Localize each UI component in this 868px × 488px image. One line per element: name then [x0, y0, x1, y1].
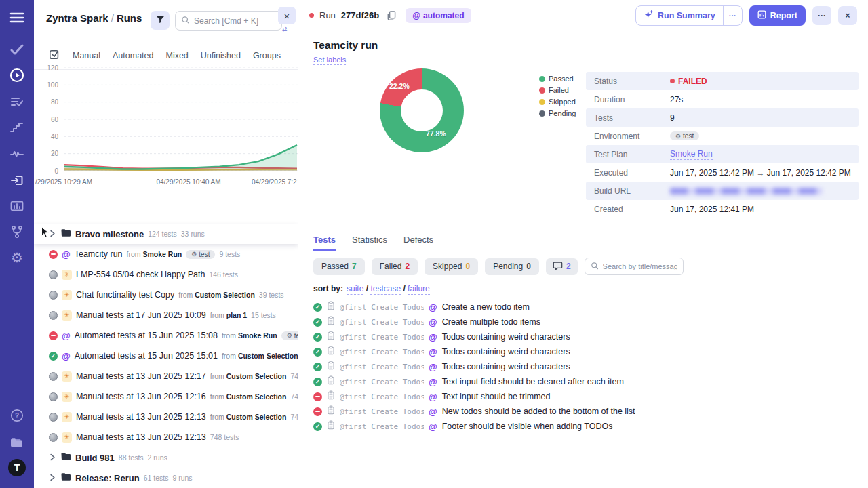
run-row[interactable]: ✳Manual tests at 13 Jun 2025 12:17from C…: [34, 366, 298, 386]
folder-row[interactable]: Bravo milestone124 tests33 runs: [34, 224, 298, 244]
run-filter-tab-manual[interactable]: Manual: [73, 51, 100, 60]
chevron-right-icon[interactable]: [49, 451, 56, 464]
comment-icon: [553, 261, 563, 272]
test-row[interactable]: @first Create Todos...@Todos containing …: [313, 359, 635, 374]
folder-icon: [60, 451, 71, 464]
analytics-icon[interactable]: [0, 144, 34, 163]
run-name: Chat functinality test Copy: [76, 290, 174, 300]
run-row[interactable]: ✳Manual tests at 17 Jun 2025 10:09from p…: [34, 305, 298, 325]
environment-badge[interactable]: ⚙test: [670, 131, 699, 140]
run-row[interactable]: ✳Manual tests at 13 Jun 2025 12:13from C…: [34, 407, 298, 427]
run-summary-more-button[interactable]: ···: [723, 6, 742, 25]
passed-filter-chip[interactable]: Passed7: [313, 258, 365, 275]
folder-row[interactable]: Build 98188 tests2 runs: [34, 447, 298, 468]
report-button[interactable]: Report: [749, 5, 806, 26]
test-row[interactable]: @first Create Todos...@Create a new todo…: [313, 300, 635, 314]
run-name: LMP-554 05/04 check Happy Path: [76, 270, 205, 279]
manual-run-icon: ✳: [62, 270, 72, 280]
tests-icon[interactable]: [0, 40, 34, 59]
test-row[interactable]: @first Create Todos...@New todos should …: [313, 404, 635, 419]
donut-passed-label: 77.8%: [426, 129, 446, 138]
run-filter-tab-automated[interactable]: Automated: [113, 51, 153, 60]
settings-icon[interactable]: ⚙: [0, 248, 34, 267]
runs-search[interactable]: [175, 11, 282, 30]
run-filter-tab-groups[interactable]: Groups: [253, 51, 281, 60]
branches-icon[interactable]: [0, 222, 34, 241]
chevron-right-icon[interactable]: [49, 228, 56, 240]
test-row[interactable]: @first Create Todos...@Todos containing …: [313, 344, 635, 359]
copy-run-id-button[interactable]: [386, 10, 396, 21]
legend-item-failed: Failed: [539, 86, 576, 94]
tab-statistics[interactable]: Statistics: [352, 235, 387, 251]
automated-badge[interactable]: @automated: [406, 8, 471, 23]
clipboard-icon: [327, 316, 335, 328]
tests-search[interactable]: [585, 258, 684, 275]
user-avatar[interactable]: T: [0, 458, 34, 477]
tab-tests[interactable]: Tests: [313, 235, 336, 251]
pending-filter-chip[interactable]: Pending0: [485, 258, 539, 275]
more-actions-button[interactable]: ···: [812, 6, 831, 25]
run-tests-count: 39 tests: [259, 291, 284, 299]
run-name: Manual tests at 13 Jun 2025 12:16: [76, 392, 206, 401]
folder-row[interactable]: Release: Rerun61 tests9 runs: [34, 468, 298, 488]
close-run-button[interactable]: ×: [838, 6, 857, 25]
test-row[interactable]: @first Create Todos...@Footer should be …: [313, 419, 635, 434]
projects-icon[interactable]: [0, 432, 34, 451]
test-row[interactable]: @first Create Todos...@Todos containing …: [313, 329, 635, 344]
run-filter-tab-mixed[interactable]: Mixed: [165, 51, 188, 60]
runs-panel: Zyntra Spark/Runs × ⇄ ManualAutomatedMix…: [34, 0, 298, 488]
tests-search-input[interactable]: [603, 262, 677, 270]
unfinished-icon: [49, 270, 58, 279]
help-icon[interactable]: ?: [0, 406, 34, 425]
environment-badge: ⚙test: [281, 331, 298, 340]
set-labels-link[interactable]: Set labels: [313, 56, 346, 65]
comments-filter-chip[interactable]: 2: [546, 258, 578, 275]
filter-button[interactable]: [151, 11, 170, 30]
failed-filter-chip[interactable]: Failed2: [372, 258, 418, 275]
run-tests-count: 747 tests: [290, 413, 298, 421]
run-summary-button[interactable]: Run Summary: [636, 6, 723, 25]
detail-row-status: StatusFAILED: [586, 72, 859, 90]
menu-icon[interactable]: [0, 8, 34, 27]
test-plans-icon[interactable]: [0, 92, 34, 111]
run-row[interactable]: ✳Chat functinality test Copyfrom Custom …: [34, 285, 298, 305]
run-row[interactable]: ✳Manual tests at 13 Jun 2025 12:16from C…: [34, 386, 298, 407]
milestones-icon[interactable]: [0, 118, 34, 137]
test-title: Todos containing weird characters: [442, 347, 570, 357]
folder-runs-count: 33 runs: [181, 230, 205, 238]
run-row[interactable]: ✳Manual tests at 13 Jun 2025 12:13748 te…: [34, 427, 298, 447]
run-row[interactable]: @Automated tests at 15 Jun 2025 15:08fro…: [34, 325, 298, 346]
runs-icon[interactable]: [0, 66, 34, 85]
run-filter-tab-unfinished[interactable]: Unfinished: [201, 51, 241, 60]
sort-by-failure[interactable]: failure: [408, 284, 430, 295]
select-all-icon[interactable]: [49, 49, 60, 62]
skipped-filter-chip[interactable]: Skipped0: [425, 258, 478, 275]
passed-icon: [313, 378, 322, 386]
sort-by-suite[interactable]: suite: [347, 284, 363, 295]
run-details-table: StatusFAILEDDuration27sTests9Environment…: [586, 72, 859, 218]
run-name: Manual tests at 13 Jun 2025 12:13: [76, 412, 206, 422]
runs-search-input[interactable]: [194, 16, 276, 26]
comments-count: 2: [566, 262, 571, 271]
sort-by-testcase[interactable]: testcase: [370, 284, 401, 295]
test-plan-link[interactable]: Smoke Run: [670, 149, 713, 160]
run-row[interactable]: @Automated tests at 15 Jun 2025 15:01fro…: [34, 346, 298, 366]
automated-icon: @: [62, 351, 71, 361]
tab-defects[interactable]: Defects: [403, 235, 433, 251]
detail-value: Jun 17, 2025 12:42 PM → Jun 17, 2025 12:…: [670, 168, 851, 178]
breadcrumb-project[interactable]: Zyntra Spark: [46, 12, 108, 24]
reports-icon[interactable]: [0, 197, 34, 216]
import-icon[interactable]: [0, 171, 34, 190]
test-row[interactable]: @first Create Todos...@Text input field …: [313, 374, 635, 389]
test-row[interactable]: @first Create Todos...@Create multiple t…: [313, 314, 635, 329]
panel-close-button[interactable]: ×: [278, 7, 296, 24]
run-row[interactable]: ✳LMP-554 05/04 check Happy Path146 tests: [34, 264, 298, 285]
test-title: Create a new todo item: [442, 302, 530, 312]
test-row[interactable]: @first Create Todos...@Text input should…: [313, 389, 635, 404]
automated-icon: @: [429, 347, 437, 357]
passed-icon: [313, 303, 322, 312]
run-row[interactable]: @Teamcity runfrom Smoke Run⚙test9 tests: [34, 244, 298, 264]
build-url-masked[interactable]: [670, 188, 823, 195]
chevron-right-icon[interactable]: [49, 472, 56, 484]
run-name: Automated tests at 15 Jun 2025 15:01: [75, 351, 218, 361]
